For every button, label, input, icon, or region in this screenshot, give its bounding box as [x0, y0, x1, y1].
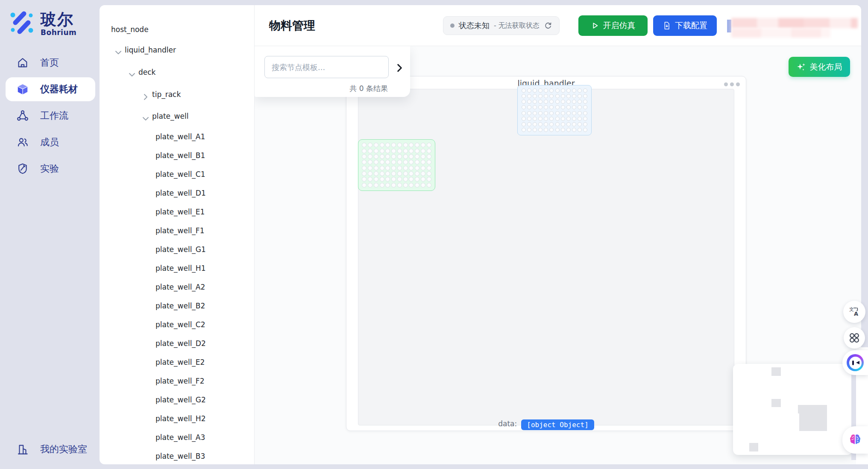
tree-item-plate_well_H1[interactable]: plate_well_H1 [100, 259, 254, 278]
well [549, 122, 554, 126]
well [368, 143, 372, 147]
well [409, 177, 413, 182]
download-file-icon [663, 21, 671, 30]
tree-item-deck[interactable]: deck [100, 63, 254, 82]
tree-item-plate_well_F2[interactable]: plate_well_F2 [100, 372, 254, 390]
plate-well-plate[interactable] [358, 139, 435, 191]
well [555, 111, 560, 115]
tree-item-plate_well_G2[interactable]: plate_well_G2 [100, 390, 254, 409]
well [533, 111, 537, 115]
well [391, 183, 396, 188]
tree-item-host_node[interactable]: host_node [100, 20, 254, 39]
tree-item-tip_rack[interactable]: tip_rack [100, 85, 254, 104]
layout-canvas[interactable]: liquid_handler data: [object Object] 美化布… [255, 46, 861, 464]
tree-item-plate_well_B1[interactable]: plate_well_B1 [100, 146, 254, 165]
well [421, 183, 425, 188]
well [583, 94, 587, 98]
ellipsis-icon[interactable] [724, 82, 740, 86]
well [415, 171, 419, 176]
tree-item-plate_well_A2[interactable]: plate_well_A2 [100, 278, 254, 296]
chevron-down-icon[interactable] [114, 45, 123, 55]
cube-icon [16, 83, 29, 96]
tree-item-label: deck [138, 68, 155, 76]
sidebar-item-experiments[interactable]: 实验 [6, 157, 95, 181]
well [538, 94, 542, 98]
well [538, 111, 542, 115]
tree-item-plate_well_C1[interactable]: plate_well_C1 [100, 165, 254, 184]
sidebar-item-members[interactable]: 成员 [6, 130, 95, 154]
well [380, 177, 384, 182]
chevron-right-icon[interactable] [394, 62, 405, 73]
tree-item-label: plate_well_E2 [155, 358, 205, 366]
well [555, 122, 560, 126]
tip-rack-plate[interactable] [517, 85, 592, 135]
sidebar-item-workflow[interactable]: 工作流 [6, 104, 95, 128]
lab-building-icon [16, 443, 29, 456]
brand-logo[interactable]: 玻尔 Bohrium [10, 11, 76, 37]
workflow-icon [16, 109, 29, 122]
well [374, 154, 378, 159]
well [549, 88, 554, 93]
well [403, 177, 408, 182]
translate-icon: 文 A [848, 306, 860, 318]
well [544, 88, 548, 93]
tree-item-label: plate_well_H2 [155, 414, 205, 423]
well [397, 143, 402, 147]
tree-item-plate_well_G1[interactable]: plate_well_G1 [100, 240, 254, 259]
minimap[interactable] [733, 364, 852, 455]
sidebar-item-my-lab[interactable]: 我的实验室 [6, 437, 95, 461]
refresh-icon[interactable] [544, 21, 552, 30]
well [544, 122, 548, 126]
tree-item-plate_well_B3[interactable]: plate_well_B3 [100, 447, 254, 464]
brain-assistant-button[interactable] [842, 426, 868, 454]
well [527, 128, 531, 132]
sidebar-item-label: 成员 [40, 136, 59, 149]
robot-icon [847, 354, 864, 371]
well [403, 171, 408, 176]
download-config-button[interactable]: 下载配置 [653, 15, 717, 36]
minimap-node [771, 367, 781, 376]
well [385, 183, 390, 188]
tree-item-plate_well_A3[interactable]: plate_well_A3 [100, 428, 254, 447]
well [544, 117, 548, 121]
well [380, 143, 384, 147]
tree-item-liquid_handler[interactable]: liquid_handler [100, 41, 254, 59]
tree-item-plate_well_B2[interactable]: plate_well_B2 [100, 296, 254, 315]
tree-item-plate_well_E2[interactable]: plate_well_E2 [100, 353, 254, 372]
well [533, 100, 537, 104]
well [538, 100, 542, 104]
ai-assistant-button[interactable] [842, 350, 868, 375]
well [403, 149, 408, 153]
tree-item-plate_well_A1[interactable]: plate_well_A1 [100, 127, 254, 146]
well [385, 143, 390, 147]
tree-item-plate_well_H2[interactable]: plate_well_H2 [100, 409, 254, 428]
apps-button[interactable] [844, 327, 865, 349]
well [522, 105, 526, 109]
start-simulation-button[interactable]: 开启仿真 [578, 15, 648, 36]
beautify-layout-button[interactable]: 美化布局 [789, 57, 850, 77]
chevron-down-icon[interactable] [141, 111, 150, 121]
tree-item-plate_well[interactable]: plate_well [100, 107, 254, 126]
tree-item-plate_well_F1[interactable]: plate_well_F1 [100, 221, 254, 240]
sidebar-item-instruments[interactable]: 仪器耗材 [6, 77, 95, 101]
well [397, 183, 402, 188]
tree-item-plate_well_D1[interactable]: plate_well_D1 [100, 184, 254, 202]
tree-item-plate_well_D2[interactable]: plate_well_D2 [100, 334, 254, 353]
search-result-count: 共 0 条结果 [349, 84, 388, 94]
well [566, 94, 571, 98]
well [427, 177, 431, 182]
search-input[interactable] [264, 56, 389, 78]
sidebar-item-home[interactable]: 首页 [6, 51, 95, 75]
sidebar-item-label: 仪器耗材 [40, 83, 78, 96]
well [583, 111, 587, 115]
well [522, 128, 526, 132]
tree-item-plate_well_E1[interactable]: plate_well_E1 [100, 202, 254, 221]
well [403, 166, 408, 170]
sidebar-item-label: 我的实验室 [40, 443, 87, 456]
chevron-right-icon[interactable] [141, 90, 150, 99]
chevron-down-icon[interactable] [127, 67, 137, 77]
well [538, 128, 542, 132]
translate-button[interactable]: 文 A [843, 301, 865, 323]
tree-item-plate_well_C2[interactable]: plate_well_C2 [100, 315, 254, 334]
tree-item-label: plate_well_G2 [155, 396, 206, 404]
